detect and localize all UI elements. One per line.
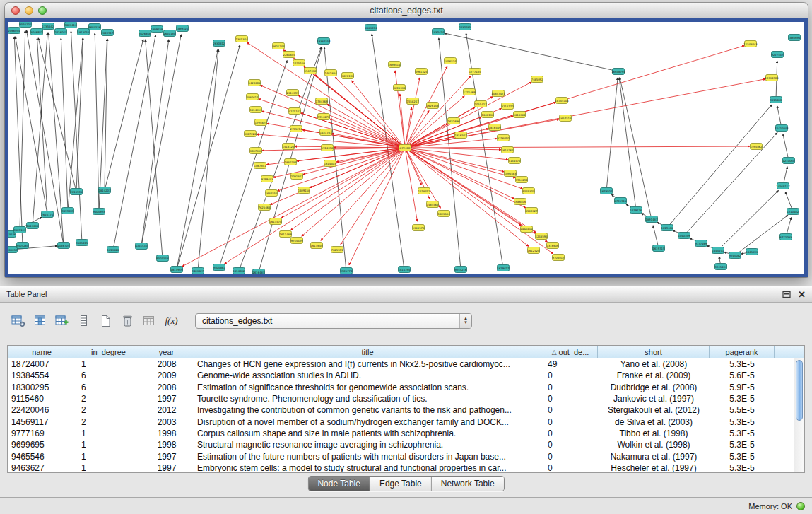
import-table-icon[interactable] bbox=[140, 312, 159, 329]
create-table-icon[interactable] bbox=[96, 312, 115, 329]
graph-node[interactable]: 1626158 bbox=[427, 103, 440, 109]
graph-node[interactable]: 2650130 bbox=[164, 30, 177, 37]
graph-node[interactable]: 3026848 bbox=[139, 30, 152, 37]
graph-node[interactable]: 9799443 bbox=[261, 176, 274, 182]
graph-node[interactable]: 1646138 bbox=[482, 112, 495, 118]
graph-node[interactable]: 3201336 bbox=[394, 85, 406, 91]
table-row[interactable]: 1830029562008Estimation of significance … bbox=[8, 382, 794, 393]
close-window-button[interactable] bbox=[11, 6, 20, 15]
graph-node[interactable]: 1657516 bbox=[560, 115, 572, 122]
graph-node[interactable]: 9465546 bbox=[136, 243, 148, 250]
graph-node[interactable]: 6961325 bbox=[416, 69, 428, 75]
column-header-short[interactable]: short bbox=[598, 346, 710, 358]
graph-node[interactable]: 1693614 bbox=[389, 62, 401, 68]
graph-node[interactable]: 3046921 bbox=[31, 29, 44, 35]
graph-node[interactable]: 1813055 bbox=[78, 29, 90, 35]
graph-node[interactable]: 1816449 bbox=[489, 124, 502, 131]
graph-node[interactable]: 1795824 bbox=[255, 119, 268, 126]
graph-node[interactable]: 19734903 bbox=[765, 75, 779, 81]
graph-node[interactable]: 1616261 bbox=[502, 147, 514, 153]
graph-node[interactable]: 8549327 bbox=[526, 208, 539, 214]
graph-node[interactable]: 2649917 bbox=[102, 30, 114, 36]
graph-node[interactable]: 7954294 bbox=[516, 177, 529, 183]
graph-node[interactable]: 1461884 bbox=[325, 70, 338, 76]
new-column-icon[interactable] bbox=[52, 312, 71, 329]
graph-node[interactable]: 3067338 bbox=[250, 148, 263, 154]
graph-node[interactable]: 8996938 bbox=[521, 226, 534, 233]
graph-node[interactable]: 3216170 bbox=[502, 103, 514, 110]
graph-node[interactable]: 9706017 bbox=[553, 255, 565, 261]
graph-node[interactable]: 1316606 bbox=[547, 243, 560, 249]
memory-ok-indicator[interactable] bbox=[796, 502, 805, 510]
graph-node[interactable]: 1814082 bbox=[233, 268, 246, 274]
graph-node[interactable]: 2080611 bbox=[247, 94, 259, 100]
graph-node[interactable]: 3216050 bbox=[498, 135, 510, 141]
minimize-window-button[interactable] bbox=[25, 6, 33, 15]
graph-node[interactable]: 16648794 bbox=[611, 69, 625, 75]
graph-node[interactable]: 9115460 bbox=[770, 97, 783, 103]
graph-node[interactable]: 9245216 bbox=[455, 267, 468, 273]
graph-node[interactable]: 1518451 bbox=[418, 188, 431, 194]
graph-node[interactable]: 2280655 bbox=[283, 52, 296, 58]
graph-node[interactable]: 1558247 bbox=[407, 98, 420, 105]
graph-node[interactable]: 1645271 bbox=[712, 247, 725, 254]
float-panel-icon[interactable] bbox=[782, 291, 791, 298]
zoom-window-button[interactable] bbox=[38, 6, 47, 15]
graph-node[interactable]: 1484562 bbox=[427, 201, 440, 208]
graph-node[interactable]: 1830696 bbox=[789, 35, 801, 41]
graph-node[interactable]: 9914270 bbox=[318, 114, 331, 120]
table-source-select[interactable]: citations_edges.txt ▲ ▼ bbox=[195, 313, 472, 329]
graph-node[interactable]: 1609158 bbox=[298, 187, 311, 194]
graph-node[interactable]: 9505137 bbox=[14, 227, 27, 233]
graph-node[interactable]: 7485092 bbox=[531, 76, 544, 83]
table-row[interactable]: 977716911998Corpus callosum shape and si… bbox=[8, 428, 794, 439]
graph-node[interactable]: 1686816 bbox=[514, 199, 527, 205]
graph-node[interactable]: 1734369 bbox=[316, 98, 329, 105]
graph-node[interactable]: 22420046 bbox=[775, 125, 789, 132]
graph-node[interactable]: 1867341 bbox=[254, 163, 267, 169]
graph-node[interactable]: 1420608 bbox=[249, 80, 261, 86]
select-columns-icon[interactable] bbox=[30, 312, 49, 329]
close-panel-icon[interactable]: ✕ bbox=[798, 290, 806, 299]
graph-node[interactable]: 1814195 bbox=[399, 267, 411, 273]
graph-node[interactable]: 14569117 bbox=[776, 183, 790, 189]
graph-node[interactable]: 9549305 bbox=[523, 188, 536, 194]
table-mode-icon[interactable] bbox=[8, 312, 28, 329]
graph-node[interactable]: 2066704 bbox=[58, 243, 71, 249]
graph-node[interactable]: 1895583 bbox=[505, 170, 517, 177]
table-row[interactable]: 1872400712008Changes of HCN gene express… bbox=[8, 358, 794, 370]
graph-node[interactable]: 9227447 bbox=[772, 52, 784, 58]
graph-node[interactable]: 1679504 bbox=[601, 188, 613, 194]
graph-node[interactable]: 9463627 bbox=[192, 268, 205, 274]
graph-node[interactable]: 1248595 bbox=[536, 233, 548, 240]
graph-node[interactable]: 1365344 bbox=[236, 36, 249, 42]
column-header-pagerank[interactable]: pagerank bbox=[710, 346, 775, 358]
graph-node[interactable]: 8791915 bbox=[615, 198, 628, 204]
graph-node[interactable]: 1830236 bbox=[285, 159, 298, 165]
graph-node[interactable]: 1813826 bbox=[107, 247, 120, 253]
graph-node[interactable]: 1314403 bbox=[324, 160, 337, 167]
function-builder-icon[interactable]: f(x) bbox=[162, 312, 181, 329]
graph-node[interactable]: 2630612 bbox=[213, 40, 226, 47]
graph-node[interactable]: 1813959 bbox=[171, 267, 184, 273]
graph-node[interactable]: 6772093 bbox=[780, 234, 793, 240]
graph-node[interactable]: 1518125 bbox=[283, 144, 295, 150]
table-row[interactable]: 946362711997Embryonic stem cells: a mode… bbox=[8, 462, 794, 472]
graph-node[interactable]: 9603414 bbox=[65, 22, 78, 28]
graph-node[interactable]: 9505260 bbox=[17, 243, 30, 249]
graph-node[interactable]: 1381573 bbox=[413, 225, 425, 231]
graph-node[interactable]: 9505393 bbox=[93, 209, 106, 215]
graph-node[interactable]: 1619827 bbox=[498, 265, 510, 271]
graph-node[interactable]: 8183074 bbox=[365, 25, 378, 31]
tab-edge-table[interactable]: Edge Table bbox=[370, 477, 431, 491]
column-header-year[interactable]: year bbox=[141, 346, 192, 358]
table-row[interactable]: 969969511998Structural magnetic resonanc… bbox=[8, 439, 794, 450]
graph-node[interactable]: 4154472 bbox=[509, 158, 522, 164]
graph-node[interactable]: 7625551 bbox=[331, 247, 344, 253]
graph-node[interactable]: 9505661 bbox=[213, 264, 226, 271]
graph-node[interactable]: 2630285 bbox=[459, 24, 472, 30]
graph-node[interactable]: 9603526 bbox=[89, 24, 102, 30]
graph-node[interactable]: 2616043 bbox=[55, 29, 68, 35]
graph-node[interactable]: 1813648 bbox=[27, 223, 40, 229]
graph-node[interactable]: 1830474 bbox=[433, 29, 445, 35]
